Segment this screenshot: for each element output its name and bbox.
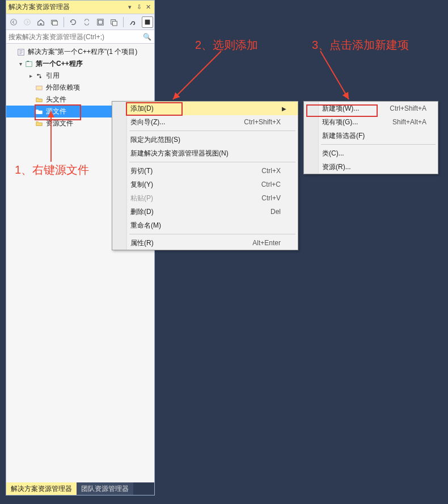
svg-line-16 — [320, 51, 349, 99]
forward-button[interactable] — [21, 16, 33, 28]
svg-point-0 — [11, 19, 17, 25]
svg-line-15 — [173, 51, 221, 99]
menu-label: 剪切(T) — [128, 166, 244, 176]
back-button[interactable] — [7, 16, 20, 28]
menu-class-wizard[interactable]: ✦ 类向导(Z)... Ctrl+Shift+X — [112, 115, 298, 129]
menu-rename[interactable]: ▭ 重命名(M) — [112, 219, 298, 232]
menu-label: 添加(D) — [128, 104, 281, 114]
submenu-new-item[interactable]: ✦ 新建项(W)... Ctrl+Shift+A — [304, 102, 438, 115]
shortcut: Shift+Alt+A — [392, 118, 426, 126]
menu-label: 新建解决方案资源管理器视图(N) — [128, 149, 281, 158]
menu-label: 限定为此范围(S) — [128, 135, 281, 145]
tab-team-explorer[interactable]: 团队资源管理器 — [77, 482, 133, 495]
svg-rect-8 — [145, 19, 150, 24]
submenu-class[interactable]: ✦ 类(C)... — [304, 146, 438, 160]
shortcut: Ctrl+Shift+X — [244, 118, 281, 126]
menu-separator — [321, 144, 436, 145]
shortcut: Del — [271, 208, 281, 216]
close-icon[interactable]: ✕ — [144, 3, 152, 11]
tree-solution-node[interactable]: 解决方案"第一个C++程序"(1 个项目) — [6, 46, 154, 58]
folder-icon — [35, 95, 44, 104]
tree-label: 第一个C++程序 — [36, 59, 83, 69]
tree-project-node[interactable]: ▾ 第一个C++程序 — [6, 58, 154, 70]
svg-rect-10 — [26, 61, 32, 66]
collapse-button[interactable] — [94, 16, 107, 28]
menu-label: 复制(Y) — [128, 180, 244, 190]
tree-external-node[interactable]: 外部依赖项 — [6, 82, 154, 94]
folder-open-icon — [35, 107, 44, 116]
submenu-existing-item[interactable]: ▢ 现有项(G)... Shift+Alt+A — [304, 115, 438, 129]
search-bar[interactable]: 🔍 — [6, 30, 154, 44]
search-icon[interactable]: 🔍 — [143, 33, 152, 41]
annotation-arrow-2 — [164, 48, 233, 105]
svg-rect-7 — [112, 21, 117, 26]
expand-icon[interactable]: ▸ — [27, 73, 35, 79]
shortcut: Ctrl+X — [261, 167, 281, 175]
references-icon — [35, 72, 44, 81]
annotation-step3: 3、点击添加新建项 — [312, 37, 409, 53]
submenu-resource[interactable]: ✦ 资源(R)... — [304, 160, 438, 174]
menu-cut[interactable]: ✂ 剪切(T) Ctrl+X — [112, 164, 298, 178]
solution-folders-button[interactable] — [48, 16, 61, 28]
menu-label: 重命名(M) — [128, 221, 281, 230]
sync-button[interactable] — [81, 16, 93, 28]
svg-rect-11 — [37, 74, 39, 75]
submenu-arrow-icon: ▶ — [281, 106, 286, 112]
menu-paste: 📋 粘贴(P) Ctrl+V — [112, 191, 298, 205]
home-button[interactable] — [35, 16, 47, 28]
menu-label: 属性(R) — [128, 238, 235, 248]
project-icon — [24, 60, 33, 69]
tree-label: 源文件 — [46, 107, 66, 116]
properties-button[interactable] — [126, 16, 139, 28]
panel-title: 解决方案资源管理器 — [9, 2, 125, 12]
tree-references-node[interactable]: ▸ 引用 — [6, 70, 154, 82]
menu-new-view[interactable]: ▢ 新建解决方案资源管理器视图(N) — [112, 146, 298, 160]
tree-label: 解决方案"第一个C++程序"(1 个项目) — [28, 47, 137, 57]
show-all-button[interactable] — [108, 16, 120, 28]
menu-label: 资源(R)... — [320, 162, 426, 172]
menu-label: 新建项(W)... — [320, 104, 373, 114]
tab-solution-explorer[interactable]: 解决方案资源管理器 — [6, 482, 77, 495]
tree-label: 头文件 — [46, 95, 66, 104]
toolbar — [6, 14, 154, 30]
tree-label: 引用 — [46, 71, 60, 81]
menu-scope[interactable]: 限定为此范围(S) — [112, 133, 298, 146]
svg-point-1 — [24, 19, 31, 25]
panel-tabs: 解决方案资源管理器 团队资源管理器 — [6, 482, 154, 495]
svg-rect-3 — [53, 21, 58, 25]
submenu-new-filter[interactable]: ✦ 新建筛选器(F) — [304, 129, 438, 142]
preview-button[interactable] — [142, 16, 153, 28]
menu-label: 粘贴(P) — [128, 194, 244, 203]
menu-icon-strip — [304, 102, 319, 174]
menu-copy[interactable]: ⧉ 复制(Y) Ctrl+C — [112, 178, 298, 191]
shortcut: Ctrl+C — [261, 180, 281, 188]
menu-properties[interactable]: 🔧 属性(R) Alt+Enter — [112, 236, 298, 250]
window-position-icon[interactable]: ▾ — [126, 3, 134, 11]
solution-icon — [16, 48, 26, 57]
menu-icon-strip — [112, 102, 127, 250]
menu-add[interactable]: 添加(D) ▶ — [112, 102, 298, 115]
context-menu: 添加(D) ▶ ✦ 类向导(Z)... Ctrl+Shift+X 限定为此范围(… — [112, 101, 298, 250]
auto-hide-pin-icon[interactable]: ⇩ — [135, 3, 143, 11]
toolbar-separator — [64, 17, 64, 27]
menu-label: 类向导(Z)... — [128, 117, 227, 127]
refresh-button[interactable] — [67, 16, 79, 28]
menu-label: 类(C)... — [320, 149, 426, 158]
annotation-arrow-3 — [284, 48, 357, 105]
menu-label: 删除(D) — [128, 207, 253, 217]
search-input[interactable] — [9, 33, 143, 41]
menu-separator — [129, 234, 295, 234]
shortcut: Alt+Enter — [252, 239, 281, 247]
svg-rect-5 — [99, 20, 103, 24]
annotation-step2: 2、选则添加 — [195, 37, 258, 53]
svg-rect-12 — [40, 76, 41, 78]
menu-delete[interactable]: ✕ 删除(D) Del — [112, 205, 298, 219]
collapse-icon[interactable]: ▾ — [16, 61, 24, 67]
menu-label: 新建筛选器(F) — [320, 131, 426, 141]
external-deps-icon — [35, 83, 44, 93]
menu-separator — [129, 131, 295, 131]
shortcut: Ctrl+Shift+A — [390, 104, 426, 112]
tree-label: 外部依赖项 — [46, 83, 80, 93]
add-submenu: ✦ 新建项(W)... Ctrl+Shift+A ▢ 现有项(G)... Shi… — [303, 101, 438, 174]
panel-header: 解决方案资源管理器 ▾ ⇩ ✕ — [6, 1, 154, 14]
